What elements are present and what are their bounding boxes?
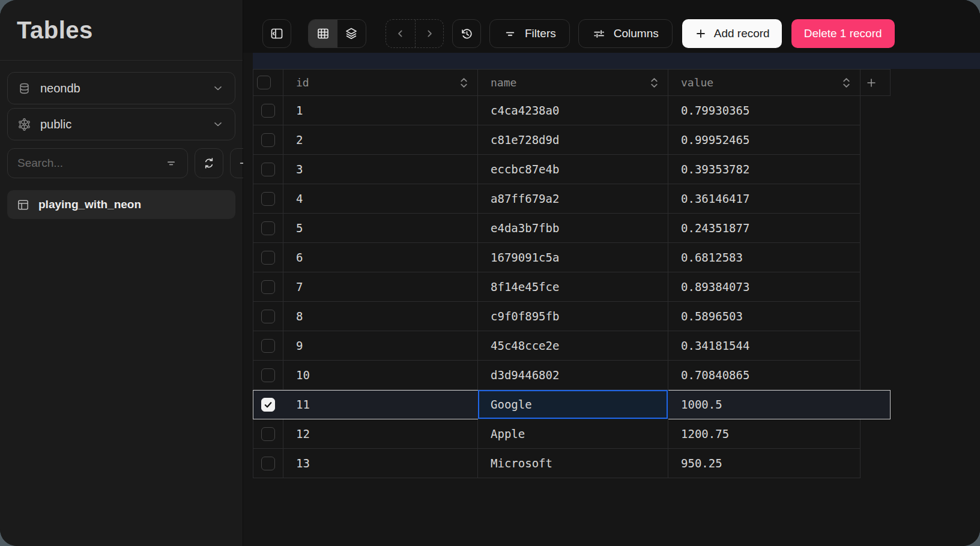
column-header-id[interactable]: id [283, 69, 478, 96]
cell-value[interactable]: 1000.5 [668, 390, 861, 419]
cell-name[interactable]: 45c48cce2e [478, 331, 668, 361]
table-row[interactable]: 4 a87ff679a2 0.36146417 [253, 184, 891, 214]
cell-id[interactable]: 12 [283, 419, 478, 449]
cell-id[interactable]: 4 [283, 184, 478, 214]
row-checkbox-cell[interactable] [253, 390, 283, 419]
cell-value[interactable]: 0.79930365 [668, 96, 861, 125]
row-checkbox[interactable] [261, 339, 275, 353]
cell-id[interactable]: 11 [283, 390, 478, 419]
table-row[interactable]: 12 Apple 1200.75 [253, 419, 891, 449]
table-row[interactable]: 2 c81e728d9d 0.99952465 [253, 125, 891, 155]
cell-name[interactable]: c4ca4238a0 [478, 96, 668, 125]
filters-button[interactable]: Filters [489, 19, 570, 48]
prev-page-button[interactable] [386, 20, 415, 47]
row-checkbox[interactable] [261, 368, 275, 382]
layers-view-button[interactable] [337, 20, 366, 47]
cell-id[interactable]: 10 [283, 361, 478, 390]
cell-id[interactable]: 6 [283, 243, 478, 272]
database-select[interactable]: neondb [7, 72, 235, 104]
cell-id[interactable]: 5 [283, 214, 478, 243]
row-checkbox[interactable] [261, 104, 275, 118]
cell-id[interactable]: 2 [283, 125, 478, 155]
row-checkbox-cell[interactable] [253, 361, 283, 390]
refresh-button[interactable] [195, 148, 223, 178]
table-row[interactable]: 1 c4ca4238a0 0.79930365 [253, 96, 891, 125]
delete-record-button[interactable]: Delete 1 record [791, 19, 895, 48]
cell-name[interactable]: Apple [478, 419, 668, 449]
add-column-button[interactable] [861, 69, 891, 96]
cell-name[interactable]: Google [478, 390, 668, 419]
cell-value[interactable]: 0.99952465 [668, 125, 861, 155]
row-checkbox[interactable] [261, 133, 275, 147]
header-checkbox-cell[interactable] [253, 69, 283, 96]
row-checkbox[interactable] [261, 427, 275, 441]
table-row[interactable]: 8 c9f0f895fb 0.5896503 [253, 302, 891, 331]
table-row[interactable]: 11 Google 1000.5 [253, 390, 891, 419]
cell-name[interactable]: Microsoft [478, 449, 668, 478]
table-row[interactable]: 6 1679091c5a 0.6812583 [253, 243, 891, 272]
schema-select[interactable]: public [7, 108, 235, 140]
cell-value[interactable]: 0.70840865 [668, 361, 861, 390]
sidebar-item-playing_with_neon[interactable]: playing_with_neon [7, 190, 235, 219]
sidebar-toggle-button[interactable] [262, 19, 291, 48]
table-row[interactable]: 5 e4da3b7fbb 0.24351877 [253, 214, 891, 243]
row-checkbox[interactable] [261, 221, 275, 235]
cell-value[interactable]: 1200.75 [668, 419, 861, 449]
cell-name[interactable]: c9f0f895fb [478, 302, 668, 331]
cell-value[interactable]: 0.34181544 [668, 331, 861, 361]
cell-value[interactable]: 0.39353782 [668, 155, 861, 184]
row-checkbox[interactable] [261, 280, 275, 294]
cell-id[interactable]: 13 [283, 449, 478, 478]
sort-icon[interactable] [649, 77, 659, 89]
row-checkbox[interactable] [261, 192, 275, 206]
next-page-button[interactable] [415, 20, 444, 47]
row-checkbox-cell[interactable] [253, 272, 283, 302]
table-row[interactable]: 10 d3d9446802 0.70840865 [253, 361, 891, 390]
cell-value[interactable]: 0.36146417 [668, 184, 861, 214]
row-checkbox-cell[interactable] [253, 96, 283, 125]
cell-name[interactable]: 8f14e45fce [478, 272, 668, 302]
table-row[interactable]: 7 8f14e45fce 0.89384073 [253, 272, 891, 302]
cell-name[interactable]: 1679091c5a [478, 243, 668, 272]
row-checkbox[interactable] [261, 310, 275, 323]
row-checkbox-cell[interactable] [253, 155, 283, 184]
table-row[interactable]: 3 eccbc87e4b 0.39353782 [253, 155, 891, 184]
table-row[interactable]: 9 45c48cce2e 0.34181544 [253, 331, 891, 361]
columns-button[interactable]: Columns [578, 19, 673, 48]
row-checkbox[interactable] [261, 163, 275, 176]
sort-icon[interactable] [841, 77, 851, 89]
row-checkbox[interactable] [261, 457, 275, 470]
row-checkbox-cell[interactable] [253, 331, 283, 361]
cell-value[interactable]: 0.89384073 [668, 272, 861, 302]
column-header-name[interactable]: name [478, 69, 668, 96]
row-checkbox-cell[interactable] [253, 184, 283, 214]
cell-id[interactable]: 7 [283, 272, 478, 302]
cell-name[interactable]: e4da3b7fbb [478, 214, 668, 243]
cell-id[interactable]: 1 [283, 96, 478, 125]
cell-name[interactable]: d3d9446802 [478, 361, 668, 390]
add-record-button[interactable]: Add record [682, 19, 782, 48]
cell-id[interactable]: 8 [283, 302, 478, 331]
row-checkbox-cell[interactable] [253, 214, 283, 243]
history-button[interactable] [452, 19, 481, 48]
row-checkbox-cell[interactable] [253, 449, 283, 478]
row-checkbox-cell[interactable] [253, 125, 283, 155]
cell-name[interactable]: c81e728d9d [478, 125, 668, 155]
cell-value[interactable]: 0.6812583 [668, 243, 861, 272]
cell-name[interactable]: eccbc87e4b [478, 155, 668, 184]
table-view-button[interactable] [309, 20, 337, 47]
column-header-value[interactable]: value [668, 69, 861, 96]
cell-value[interactable]: 0.5896503 [668, 302, 861, 331]
row-checkbox-cell[interactable] [253, 419, 283, 449]
table-row[interactable]: 13 Microsoft 950.25 [253, 449, 891, 478]
filter-bars-icon[interactable] [165, 157, 178, 170]
cell-id[interactable]: 3 [283, 155, 478, 184]
cell-value[interactable]: 950.25 [668, 449, 861, 478]
sort-icon[interactable] [459, 77, 469, 89]
cell-name[interactable]: a87ff679a2 [478, 184, 668, 214]
cell-value[interactable]: 0.24351877 [668, 214, 861, 243]
cell-id[interactable]: 9 [283, 331, 478, 361]
row-checkbox-cell[interactable] [253, 302, 283, 331]
search-input[interactable] [17, 157, 165, 170]
row-checkbox[interactable] [261, 251, 275, 265]
